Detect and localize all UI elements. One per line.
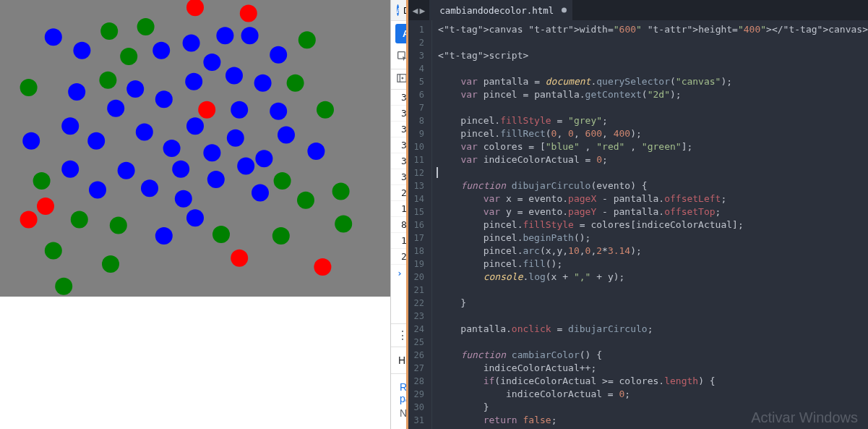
- console-log-row[interactable]: 318,84: [391, 90, 406, 106]
- console-log-row[interactable]: 379,51: [391, 122, 406, 137]
- code-area[interactable]: <"t-tag">canvas "t-attr">width="600" "t-…: [432, 20, 868, 429]
- kebab-menu-icon[interactable]: ⋮: [397, 330, 406, 341]
- console-log-row[interactable]: 249,73: [391, 185, 406, 201]
- devtools-panel: i DevTools is now a Always match Chro El…: [390, 0, 406, 429]
- console-log-row[interactable]: 342,87: [391, 106, 406, 122]
- console-log-row[interactable]: 305,4: [391, 153, 406, 169]
- devtools-main-toolbar: Elemen: [391, 46, 406, 69]
- file-tab-label: cambiandodecolor.html: [439, 5, 554, 16]
- always-match-chrome-button[interactable]: Always match Chro: [395, 24, 406, 43]
- console-toolbar: top ▾: [391, 69, 406, 90]
- file-tab[interactable]: cambiandodecolor.html: [429, 0, 572, 20]
- console-log-row[interactable]: 82,106: [391, 217, 406, 233]
- console-log-list[interactable]: 318,84342,87379,51367,75305,4316,51249,7…: [391, 90, 406, 323]
- console-log-row[interactable]: 367,75: [391, 137, 406, 153]
- console-log-row[interactable]: 216,114: [391, 249, 406, 265]
- nav-forward-icon[interactable]: ▶: [419, 5, 425, 16]
- console-prompt-icon[interactable]: ›: [391, 265, 406, 281]
- console-sidebar-toggle-icon[interactable]: [397, 73, 406, 85]
- devtools-drawer: ⋮ Console Wha Highlights from the Record…: [391, 323, 406, 429]
- editor-body[interactable]: 1234567891011121314151617181920212223242…: [408, 20, 868, 429]
- recorder-card[interactable]: Recorder panel New step contex: [391, 374, 406, 429]
- console-log-row[interactable]: 165,119: [391, 201, 406, 217]
- console-log-row[interactable]: 183,124: [391, 233, 406, 249]
- rendered-page: [0, 0, 390, 429]
- line-gutter: 1234567891011121314151617181920212223242…: [408, 20, 432, 429]
- drawing-canvas[interactable]: [0, 0, 390, 297]
- info-icon: i: [397, 4, 399, 16]
- unsaved-dot-icon: [562, 8, 567, 13]
- editor-tabbar: ◀ ▶ cambiandodecolor.html: [408, 0, 868, 20]
- console-log-row[interactable]: 316,51: [391, 169, 406, 185]
- devtools-info-banner: i DevTools is now a: [391, 0, 406, 21]
- nav-back-icon[interactable]: ◀: [413, 5, 418, 16]
- inspect-element-icon[interactable]: [397, 51, 406, 64]
- highlights-heading: Highlights from the: [391, 347, 406, 374]
- code-editor: ◀ ▶ cambiandodecolor.html 12345678910111…: [406, 0, 868, 429]
